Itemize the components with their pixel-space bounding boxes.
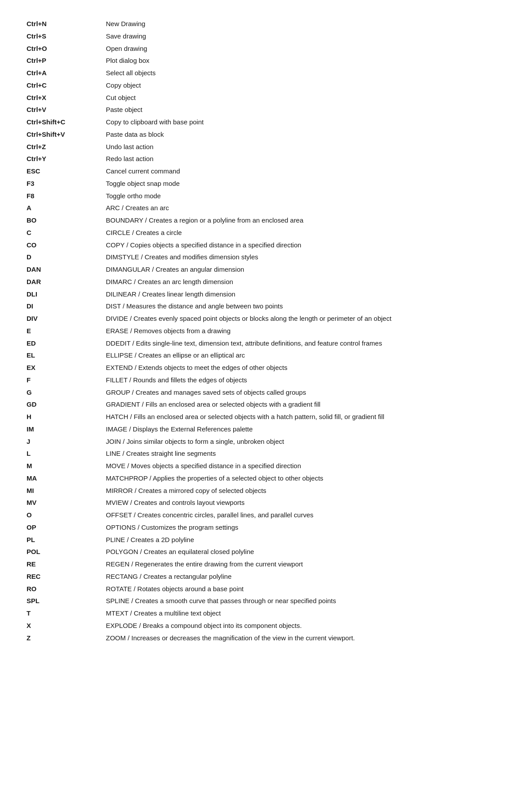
shortcut-row: EXEXTEND / Extends objects to meet the e… [27,362,504,374]
shortcut-key: POL [27,546,106,558]
shortcut-key: Ctrl+Z [27,141,106,153]
shortcut-key: ED [27,337,106,350]
shortcut-key: SPL [27,595,106,607]
shortcut-description: GROUP / Creates and manages saved sets o… [106,386,504,399]
shortcut-row: REREGEN / Regenerates the entire drawing… [27,558,504,570]
shortcut-key: F [27,374,106,386]
shortcut-description: DILINEAR / Creates linear length dimensi… [106,288,504,300]
shortcut-row: BOBOUNDARY / Creates a region or a polyl… [27,214,504,227]
shortcut-key: RE [27,558,106,570]
shortcut-description: HATCH / Fills an enclosed area or select… [106,411,504,423]
shortcut-description: OPTIONS / Customizes the program setting… [106,521,504,534]
shortcut-description: POLYGON / Creates an equilateral closed … [106,546,504,558]
shortcut-row: ZZOOM / Increases or decreases the magni… [27,632,504,644]
shortcut-key: RO [27,583,106,595]
shortcut-row: EDDDEDIT / Edits single-line text, dimen… [27,337,504,350]
shortcut-key: Ctrl+Shift+C [27,116,106,128]
shortcut-key: L [27,447,106,460]
shortcut-description: Paste data as block [106,128,504,141]
shortcut-row: RECRECTANG / Creates a rectangular polyl… [27,570,504,583]
shortcut-description: ARC / Creates an arc [106,202,504,214]
shortcut-key: X [27,620,106,632]
shortcut-description: Save drawing [106,30,504,42]
shortcut-key: DLI [27,288,106,300]
shortcut-row: Ctrl+Shift+CCopy to clipboard with base … [27,116,504,128]
shortcut-description: DIMANGULAR / Creates an angular dimensio… [106,263,504,276]
shortcut-row: Ctrl+NNew Drawing [27,18,504,30]
shortcut-description: EXTEND / Extends objects to meet the edg… [106,362,504,374]
shortcut-row: DIVDIVIDE / Creates evenly spaced point … [27,312,504,325]
shortcut-description: BOUNDARY / Creates a region or a polylin… [106,214,504,227]
shortcut-description: DIVIDE / Creates evenly spaced point obj… [106,312,504,325]
shortcut-key: DAN [27,263,106,276]
shortcut-description: DIMARC / Creates an arc length dimension [106,276,504,288]
shortcut-row: XEXPLODE / Breaks a compound object into… [27,620,504,632]
shortcut-description: MIRROR / Creates a mirrored copy of sele… [106,485,504,497]
shortcut-row: DARDIMARC / Creates an arc length dimens… [27,276,504,288]
shortcut-row: OOFFSET / Creates concentric circles, pa… [27,509,504,521]
shortcut-description: EXPLODE / Breaks a compound object into … [106,620,504,632]
shortcut-key: F3 [27,177,106,190]
shortcut-description: IMAGE / Displays the External References… [106,423,504,435]
shortcut-description: OFFSET / Creates concentric circles, par… [106,509,504,521]
shortcut-key: Ctrl+C [27,79,106,92]
shortcut-row: MMOVE / Moves objects a specified distan… [27,460,504,472]
shortcut-description: Cut object [106,92,504,104]
shortcut-row: Ctrl+Shift+VPaste data as block [27,128,504,141]
shortcut-key: EX [27,362,106,374]
shortcut-row: GDGRADIENT / Fills an enclosed area or s… [27,398,504,411]
shortcut-row: Ctrl+ASelect all objects [27,67,504,79]
shortcut-description: Toggle object snap mode [106,177,504,190]
shortcut-row: Ctrl+SSave drawing [27,30,504,42]
shortcut-key: DI [27,300,106,312]
shortcut-row: AARC / Creates an arc [27,202,504,214]
shortcut-key: MA [27,472,106,485]
shortcut-key: F8 [27,190,106,202]
shortcut-description: Open drawing [106,42,504,55]
shortcut-description: DDEDIT / Edits single-line text, dimensi… [106,337,504,350]
shortcut-key: J [27,435,106,448]
shortcut-description: ERASE / Removes objects from a drawing [106,325,504,337]
shortcut-key: E [27,325,106,337]
shortcut-key: Ctrl+Y [27,153,106,165]
shortcut-row: DLIDILINEAR / Creates linear length dime… [27,288,504,300]
shortcut-description: Toggle ortho mode [106,190,504,202]
shortcut-description: SPLINE / Creates a smooth curve that pas… [106,595,504,607]
shortcut-row: Ctrl+YRedo last action [27,153,504,165]
shortcut-row: IMIMAGE / Displays the External Referenc… [27,423,504,435]
shortcut-row: DDIMSTYLE / Creates and modifies dimensi… [27,251,504,263]
shortcut-row: MAMATCHPROP / Applies the properties of … [27,472,504,485]
shortcut-description: Copy object [106,79,504,92]
shortcut-key: Ctrl+X [27,92,106,104]
shortcut-key: D [27,251,106,263]
shortcut-row: ESCCancel current command [27,165,504,177]
shortcut-key: DAR [27,276,106,288]
shortcut-row: F3Toggle object snap mode [27,177,504,190]
shortcut-row: ELELLIPSE / Creates an ellipse or an ell… [27,349,504,362]
shortcut-description: New Drawing [106,18,504,30]
shortcut-description: PLINE / Creates a 2D polyline [106,534,504,546]
shortcut-row: F8Toggle ortho mode [27,190,504,202]
shortcut-description: Undo last action [106,141,504,153]
shortcut-key: CO [27,239,106,251]
shortcut-key: MI [27,485,106,497]
shortcut-key: Ctrl+O [27,42,106,55]
shortcut-key: H [27,411,106,423]
shortcut-row: PLPLINE / Creates a 2D polyline [27,534,504,546]
shortcut-key: IM [27,423,106,435]
shortcut-description: FILLET / Rounds and fillets the edges of… [106,374,504,386]
shortcut-key: Ctrl+V [27,104,106,116]
shortcut-description: COPY / Copies objects a specified distan… [106,239,504,251]
shortcut-description: MTEXT / Creates a multiline text object [106,607,504,620]
shortcut-description: JOIN / Joins similar objects to form a s… [106,435,504,448]
shortcut-description: DIMSTYLE / Creates and modifies dimensio… [106,251,504,263]
shortcut-key: REC [27,570,106,583]
shortcut-description: MOVE / Moves objects a specified distanc… [106,460,504,472]
shortcut-row: JJOIN / Joins similar objects to form a … [27,435,504,448]
shortcut-key: BO [27,214,106,227]
shortcuts-table: Ctrl+NNew DrawingCtrl+SSave drawingCtrl+… [27,18,504,644]
shortcut-key: Ctrl+A [27,67,106,79]
shortcut-row: OPOPTIONS / Customizes the program setti… [27,521,504,534]
shortcut-row: Ctrl+ZUndo last action [27,141,504,153]
shortcut-row: DIDIST / Measures the distance and angle… [27,300,504,312]
